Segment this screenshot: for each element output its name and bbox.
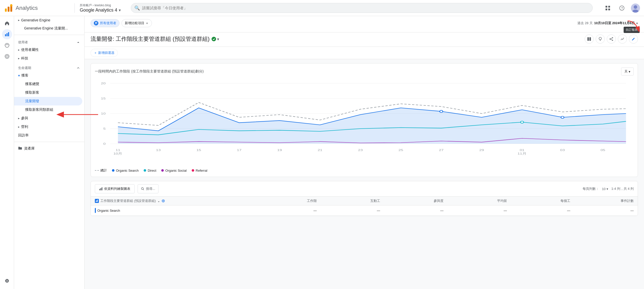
main-layout: ▸ Generative Engine Generative Engine 流量…	[0, 16, 644, 289]
row-sessions: —	[253, 209, 317, 212]
top-header: Analytics 所有帳戶 › lewisko.blog Google Ana…	[0, 0, 644, 16]
sidebar-item-engagement[interactable]: ▸ 參與	[14, 114, 84, 123]
svg-text:27: 27	[439, 148, 444, 152]
grid-icon	[605, 6, 610, 11]
table-toolbar: 依資料列繪製圖表 搜尋... 每頁列數： 10 ▾ 1-4	[91, 181, 638, 197]
red-arrow-top	[623, 20, 643, 35]
edit-icon	[631, 37, 635, 41]
svg-text:0: 0	[103, 142, 105, 146]
page-title: 流量開發: 工作階段主要管道群組 (預設管道群組) ▾	[91, 35, 219, 43]
apps-icon-button[interactable]	[603, 3, 613, 13]
svg-text:20: 20	[101, 82, 106, 85]
svg-rect-6	[606, 9, 607, 10]
sidebar-item-acquisition-header[interactable]: ▾ 獲客	[14, 71, 84, 80]
customize-report-button[interactable]: 自訂報表	[629, 34, 638, 44]
svg-text:03: 03	[560, 148, 565, 152]
row-avg: —	[444, 209, 507, 212]
trends-button[interactable]	[618, 34, 627, 44]
svg-rect-22	[589, 37, 591, 41]
plus-icon: ＋	[145, 21, 149, 25]
add-col-icon[interactable]	[162, 199, 165, 202]
account-breadcrumb: 所有帳戶 › lewisko.blog	[80, 3, 121, 8]
table-chart-button[interactable]: 依資料列繪製圖表	[95, 184, 135, 193]
sidebar-item-acquire-new-users[interactable]: 獲取新客	[14, 88, 84, 97]
nav-home[interactable]	[2, 18, 12, 28]
property-selector[interactable]: Google Analytics 4 ▾	[80, 8, 121, 13]
sidebar-section-users: 使用者	[14, 37, 84, 46]
legend-organic-search[interactable]: Organic Search	[112, 169, 139, 172]
legend-total[interactable]: 總計	[95, 168, 107, 173]
compare-view-button[interactable]	[585, 34, 594, 44]
legend-direct[interactable]: Direct	[144, 169, 156, 172]
svg-text:15: 15	[196, 148, 201, 152]
legend-referral[interactable]: Referral	[192, 169, 207, 172]
property-chevron-icon: ▾	[119, 8, 121, 13]
col-header-engaged: 互動工	[317, 199, 380, 203]
legend-organic-social[interactable]: Organic Social	[161, 169, 187, 172]
nav-reports[interactable]	[2, 29, 12, 39]
svg-text:10: 10	[101, 112, 106, 115]
col-header-event-count: 事件計數	[570, 199, 634, 203]
svg-line-27	[610, 38, 613, 39]
sidebar-item-monetization[interactable]: ▸ 營利	[14, 123, 84, 131]
svg-point-61	[141, 188, 143, 190]
svg-point-55	[440, 110, 443, 113]
per-page-select[interactable]: 10 ▾	[602, 187, 608, 191]
title-status: ▾	[212, 37, 219, 42]
help-icon-button[interactable]: ?	[617, 3, 627, 13]
sidebar-item-user-attributes[interactable]: ▸ 使用者屬性	[14, 46, 84, 54]
page-title-bar: 流量開發: 工作階段主要管道群組 (預設管道群組) ▾	[85, 32, 644, 47]
insight-button[interactable]	[596, 34, 605, 44]
chevron-icon4: ▸	[18, 125, 20, 129]
data-table-section: 依資料列繪製圖表 搜尋... 每頁列數： 10 ▾ 1-4	[91, 181, 638, 216]
sidebar-item-new-user-cohort[interactable]: 獲取新客同類群組	[14, 105, 84, 114]
nav-advertising[interactable]	[2, 51, 12, 61]
chevron-down-icon: ▾	[18, 74, 20, 78]
nav-explore[interactable]	[2, 40, 12, 50]
page-filter-bar: 所 所有使用者 新增比較項目 ＋ 過去 28 天 10月10日至 2024年11…	[85, 16, 644, 32]
sidebar-item-tech[interactable]: ▸ 科技	[14, 54, 84, 63]
nav-settings[interactable]	[2, 276, 12, 286]
svg-point-17	[5, 54, 9, 58]
svg-point-18	[6, 55, 8, 57]
sidebar-item-generative-engine[interactable]: ▸ Generative Engine	[14, 16, 84, 24]
filter-row: ＋ 新增篩選器	[85, 47, 644, 59]
search-input[interactable]	[131, 3, 593, 13]
share-button[interactable]	[607, 34, 616, 44]
all-users-chip[interactable]: 所 所有使用者	[91, 19, 119, 27]
row-dimension-organic: Organic Search	[95, 208, 253, 213]
help-icon: ?	[619, 6, 624, 11]
table-toolbar-left: 依資料列繪製圖表 搜尋...	[95, 184, 158, 193]
main-content: 所 所有使用者 新增比較項目 ＋ 過去 28 天 10月10日至 2024年11…	[85, 16, 644, 289]
direct-dot-icon	[144, 169, 146, 172]
svg-text:17: 17	[237, 148, 242, 152]
title-actions: 自訂報表	[585, 34, 638, 44]
add-comparison-chip[interactable]: 新增比較項目 ＋	[122, 19, 152, 27]
sidebar-item-library[interactable]: 資產庫	[14, 144, 84, 153]
col-header-sessions: 工作階	[253, 199, 317, 203]
svg-rect-4	[606, 6, 607, 8]
sidebar-item-retention[interactable]: 回訪率	[14, 131, 84, 140]
svg-rect-63	[97, 200, 97, 202]
svg-rect-5	[608, 6, 610, 8]
sidebar-item-traffic-acquisition[interactable]: 流量開發	[14, 97, 82, 105]
sidebar-item-acquisition-overview[interactable]: 獲客總覽	[14, 80, 84, 88]
user-avatar[interactable]	[631, 4, 640, 13]
svg-text:01: 01	[520, 148, 525, 152]
col-header-avg-duration: 平均留	[444, 199, 507, 203]
period-selector[interactable]: 天 ▾	[621, 67, 634, 76]
lightbulb-icon	[598, 37, 602, 41]
svg-rect-62	[96, 201, 96, 202]
chart-header: 一段時間內的工作階段 (按工作階段主要管道群組 (預設管道群組)劃分) 天 ▾	[95, 67, 634, 76]
organic-search-dot-icon	[112, 169, 114, 172]
svg-rect-0	[5, 8, 7, 12]
svg-text:15: 15	[101, 97, 106, 100]
table-search[interactable]: 搜尋...	[138, 184, 158, 193]
svg-text:10月: 10月	[113, 152, 123, 155]
svg-text:29: 29	[479, 148, 484, 152]
sidebar-item-generative-engine-sub[interactable]: Generative Engine 流量開...	[14, 24, 84, 33]
svg-text:25: 25	[398, 148, 403, 152]
add-filter-button[interactable]: ＋ 新增篩選器	[91, 49, 118, 57]
table-row: Organic Search — — — — — —	[91, 205, 638, 216]
total-line-icon	[95, 170, 99, 171]
